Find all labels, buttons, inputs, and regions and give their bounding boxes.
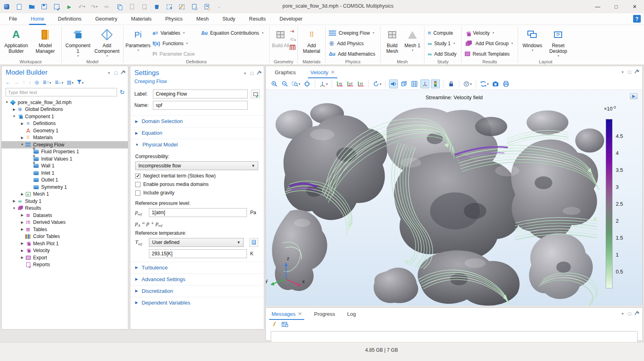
add-plot-group-button[interactable]: Add Plot Group▾ xyxy=(463,39,514,48)
add-study-button[interactable]: ∞ Add Study xyxy=(426,50,458,58)
forward-button[interactable]: → xyxy=(14,79,19,85)
checkbox-icon[interactable] xyxy=(135,182,140,187)
tree-row-global-definitions[interactable]: ▶⊕Global Definitions xyxy=(2,106,128,113)
tree-row-definitions[interactable]: ▶≡Definitions xyxy=(2,120,128,127)
parameters-button[interactable]: Pi Parameters▾ xyxy=(125,26,151,58)
tree-row-results[interactable]: ▼Results xyxy=(2,205,128,212)
duplicate-button[interactable]: → xyxy=(141,3,148,10)
add-material-button[interactable]: ⠿ Add Material xyxy=(299,26,324,58)
checkbox-checked-icon[interactable] xyxy=(135,173,140,179)
tree-row-export[interactable]: ▶Export xyxy=(2,254,128,261)
snapshot-button[interactable] xyxy=(491,79,500,88)
node-text-button[interactable]: ▤▾ xyxy=(67,79,73,85)
back-button[interactable]: ← xyxy=(6,79,10,85)
move-up-button[interactable]: ↑ xyxy=(23,79,25,85)
section-domain-selection[interactable]: ▶Domain Selection xyxy=(130,115,264,127)
tab-physics[interactable]: Physics xyxy=(165,13,182,25)
tree-row-component1[interactable]: ▼Component 1 xyxy=(2,113,128,120)
close-icon[interactable]: ✕ xyxy=(298,311,302,317)
component1-button[interactable]: Component 1▾ xyxy=(63,26,92,58)
qat-customize-button[interactable]: ⌄ xyxy=(216,3,223,10)
undo-button[interactable]: ↶▾ xyxy=(78,3,85,10)
tab-definitions[interactable]: Definitions xyxy=(58,13,82,25)
image-settings-button[interactable]: ▾ xyxy=(462,79,473,88)
panel-menu-icon[interactable]: ▾ xyxy=(622,311,624,316)
build-mesh-button[interactable]: Build Mesh xyxy=(382,26,402,58)
zoom-extents-button[interactable] xyxy=(303,79,312,88)
move-down-button[interactable]: ↓ xyxy=(29,79,31,85)
tree-row-fluid-properties[interactable]: Fluid Properties 1 xyxy=(2,148,128,156)
axes-orientation-button[interactable] xyxy=(420,79,429,88)
checkbox-icon[interactable] xyxy=(135,190,140,196)
panel-pin-icon[interactable] xyxy=(634,69,639,75)
tree-row-color-tables[interactable]: Color Tables xyxy=(2,233,128,240)
report-preview-button[interactable] xyxy=(191,3,198,10)
tab-graphics-window[interactable]: Graphics xyxy=(275,66,296,78)
tab-study[interactable]: Study xyxy=(222,13,235,25)
tab-results[interactable]: Results xyxy=(249,13,266,25)
copy-button[interactable] xyxy=(116,3,123,10)
redo-button[interactable]: ↷▾ xyxy=(91,3,98,10)
section-equation[interactable]: ▶Equation xyxy=(130,127,264,138)
view-xz-button[interactable]: xz xyxy=(356,79,365,88)
show-button[interactable]: ◎ xyxy=(35,79,39,85)
panel-pin-icon[interactable] xyxy=(634,311,639,316)
panel-float-icon[interactable]: ▢ xyxy=(628,70,631,74)
application-builder-button[interactable]: A Application Builder xyxy=(2,26,31,58)
grid-button[interactable] xyxy=(410,79,419,88)
table-message-button[interactable] xyxy=(282,321,288,329)
result-templates-button[interactable]: Result Templates xyxy=(463,50,514,58)
equation-contributions-button[interactable]: Δu Equation Contributions▾ xyxy=(200,29,265,37)
panel-menu-icon[interactable]: ▾ xyxy=(244,71,246,75)
maximize-button[interactable]: □ xyxy=(607,0,625,13)
section-advanced-settings[interactable]: ▶Advanced Settings xyxy=(130,273,264,285)
model-manager-button[interactable]: Model Manager xyxy=(31,26,60,58)
tree-row-reports[interactable]: Reports xyxy=(2,261,128,269)
tab-developer[interactable]: Developer xyxy=(280,13,303,25)
panel-float-icon[interactable]: ▢ xyxy=(114,71,118,75)
tab-materials[interactable]: Materials xyxy=(131,13,152,25)
panel-float-icon[interactable]: ▢ xyxy=(250,71,254,75)
refresh-icon[interactable]: ↻ xyxy=(119,89,125,96)
pref-input[interactable] xyxy=(149,208,247,217)
import-geometry-button[interactable]: ⇥ xyxy=(290,28,296,34)
color-legend-button[interactable] xyxy=(431,79,440,88)
add-component-button[interactable]: Add Component▾ xyxy=(92,26,121,58)
tab-velocity-window[interactable]: Velocity✕ xyxy=(310,66,335,78)
stokes-flow-checkbox-row[interactable]: Neglect inertial term (Stokes flow) xyxy=(135,173,258,179)
tree-row-symmetry[interactable]: Symmetry 1 xyxy=(2,184,128,191)
report-preview-alt-button[interactable] xyxy=(203,3,210,10)
panel-pin-icon[interactable] xyxy=(257,70,261,75)
tab-progress[interactable]: Progress xyxy=(314,308,335,320)
zoom-in-button[interactable] xyxy=(270,79,279,88)
windows-button[interactable]: Windows▾ xyxy=(520,26,545,58)
view-yz-button[interactable]: yz xyxy=(346,79,355,88)
tree-row-datasets[interactable]: ▶▩Datasets xyxy=(2,212,128,219)
tree-row-materials[interactable]: ▶⠿Materials xyxy=(2,134,128,142)
build-all-button[interactable]: Build All xyxy=(271,26,290,58)
name-input[interactable] xyxy=(153,101,248,110)
zoom-out-button[interactable] xyxy=(280,79,289,88)
deselect-box-button[interactable] xyxy=(178,3,185,10)
tref-select[interactable]: User defined▼ xyxy=(149,238,244,247)
zoom-box-button[interactable]: ▾ xyxy=(291,79,301,88)
tree-row-root[interactable]: ▼pore_scale_flow_3d.mph xyxy=(2,99,128,106)
section-discretization[interactable]: ▶Discretization xyxy=(130,285,264,296)
lock-view-button[interactable] xyxy=(447,79,456,88)
help-button[interactable]: ? xyxy=(633,15,641,23)
tree-row-outlet[interactable]: Outlet 1 xyxy=(2,177,128,184)
tab-log[interactable]: Log xyxy=(347,308,356,320)
panel-menu-icon[interactable]: ▾ xyxy=(108,71,110,75)
mesh1-button[interactable]: Mesh 1▾ xyxy=(402,26,422,58)
expand-all-button[interactable]: ≣↓▾ xyxy=(55,79,63,85)
study1-button[interactable]: ∞ Study 1▾ xyxy=(426,39,458,48)
virtual-operations-icon[interactable] xyxy=(290,45,295,50)
tab-home[interactable]: Home xyxy=(31,13,44,25)
tree-row-wall[interactable]: Wall 1 xyxy=(2,163,128,170)
compute-button[interactable]: = Compute xyxy=(426,29,458,37)
delete-button[interactable] xyxy=(153,3,160,10)
tree-row-tables[interactable]: ▶▦Tables xyxy=(2,226,128,233)
add-physics-button[interactable]: Add Physics xyxy=(327,39,377,48)
tree-row-geometry1[interactable]: Geometry 1 xyxy=(2,127,128,134)
collapse-all-button[interactable]: ≣↑▾ xyxy=(42,79,51,85)
